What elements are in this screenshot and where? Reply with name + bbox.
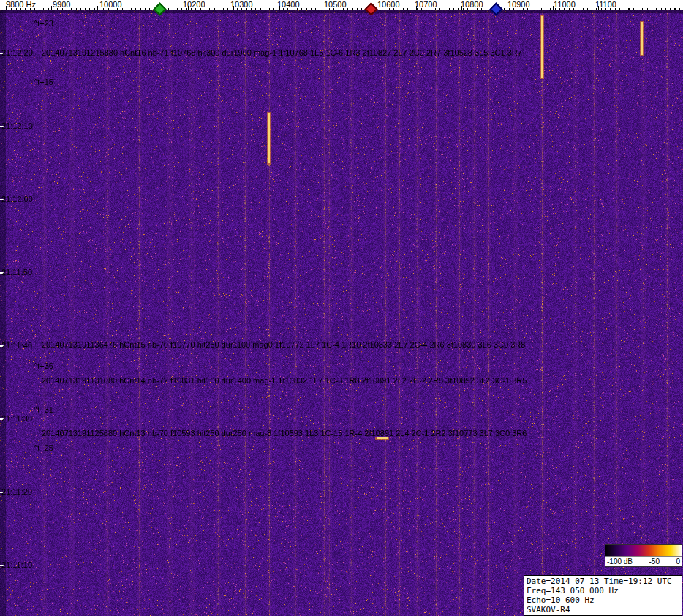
freq-label-9800: 9800 Hz [6, 0, 36, 10]
info-station-line: SVAKOV-R4 [527, 605, 679, 615]
detection-line-hcnt16: 20140713191215880 hCnt16 nb-71 f10768 hi… [42, 48, 522, 57]
freq-label-10200: 10200 [183, 0, 205, 10]
freq-label-10600: 10600 [377, 0, 400, 10]
colorbar-gradient [605, 545, 682, 557]
time-label: 21:11:50 [1, 268, 32, 277]
detection-line-hcnt13: 20140713191125680 hCnt13 nb-70 f10593 hi… [42, 429, 527, 437]
detection-line-hcnt15: 20140713191136476 hCnt15 nb-70 f10770 hi… [42, 340, 525, 349]
time-label: 21:11:40 [1, 341, 32, 350]
colorbar-label-min: -100 dB [607, 557, 633, 566]
time-label: 21:11:20 [1, 487, 32, 496]
event-marker-t31: ^t+31 [34, 405, 53, 414]
freq-label-11000: 11000 [554, 0, 576, 10]
info-date-line: Date=2014-07-13 Time=19:12 UTC [527, 576, 679, 586]
freq-label-10800: 10800 [461, 0, 483, 10]
waterfall-spectrogram [0, 10, 683, 616]
event-marker-t36: ^t+36 [34, 361, 53, 370]
status-info-box: Date=2014-07-13 Time=19:12 UTC Freq=143 … [524, 575, 682, 616]
freq-label-9900: 9900 [53, 0, 70, 10]
freq-label-10700: 10700 [415, 0, 437, 10]
frequency-ruler: 9800 Hz 9900 10000 10200 10300 10400 105… [0, 0, 683, 10]
freq-label-10400: 10400 [277, 0, 300, 10]
freq-label-11100: 11100 [595, 0, 616, 10]
time-label: 21:12:00 [1, 195, 33, 203]
freq-label-10500: 10500 [324, 0, 347, 10]
colorbar-label-max: 0 [676, 557, 680, 566]
info-echo-line: Echo=10 600 Hz [527, 596, 679, 605]
meteor-echo-monitor-window: 9800 Hz 9900 10000 10200 10300 10400 105… [0, 0, 683, 616]
freq-label-10000: 10000 [99, 0, 122, 10]
detection-line-hcnt14: 20140713191131080 hCnt14 nb-72 f10831 hi… [42, 376, 527, 385]
db-colorbar: -100 dB -50 0 [605, 544, 682, 567]
freq-label-10900: 10900 [507, 0, 530, 10]
freq-label-10300: 10300 [230, 0, 253, 10]
event-marker-t23: ^t+23 [34, 19, 53, 28]
colorbar-label-mid: -50 [649, 557, 660, 566]
info-freq-line: Freq=143 050 000 Hz [527, 586, 679, 596]
event-marker-t15: ^t+15 [34, 78, 53, 86]
time-label: 21:12:20 [1, 48, 33, 57]
colorbar-labels: -100 dB -50 0 [605, 557, 682, 566]
time-label: 21:12:10 [1, 121, 33, 130]
time-label: 21:11:30 [1, 414, 32, 423]
time-label: 21:11:10 [1, 560, 32, 569]
event-marker-t25: ^t+25 [34, 443, 53, 452]
